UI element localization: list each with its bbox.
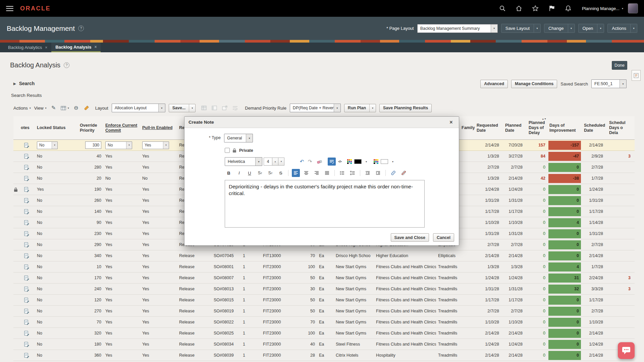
save-layout-button[interactable]: Save Layout ▾ bbox=[501, 24, 541, 33]
close-icon[interactable]: × bbox=[45, 45, 47, 50]
undo-button[interactable]: ↶ bbox=[298, 158, 306, 166]
minus-circle-icon[interactable]: ⊖ bbox=[72, 104, 80, 112]
table-row[interactable]: No320YesYesReleaseSO#080251FIT23000100Ea… bbox=[13, 328, 635, 339]
override-priority-input[interactable] bbox=[85, 141, 101, 149]
table-row[interactable]: No170YesYesReleaseSO#080071FIT2300050EaN… bbox=[13, 273, 635, 284]
note-icon[interactable] bbox=[24, 142, 30, 148]
remove-formatting-button[interactable] bbox=[316, 158, 324, 166]
note-icon[interactable] bbox=[24, 319, 30, 325]
note-icon[interactable] bbox=[24, 176, 30, 181]
note-icon[interactable] bbox=[24, 165, 30, 170]
redo-button[interactable]: ↷ bbox=[306, 158, 314, 166]
note-icon[interactable] bbox=[24, 342, 30, 347]
chevron-down-icon[interactable]: ▾ bbox=[568, 24, 575, 33]
panel-toggle-button[interactable] bbox=[632, 70, 641, 81]
note-icon[interactable] bbox=[24, 297, 30, 303]
close-icon[interactable]: × bbox=[447, 119, 455, 125]
numbered-list-button[interactable] bbox=[348, 169, 357, 177]
underline-button[interactable]: U bbox=[246, 169, 254, 177]
chevron-down-icon[interactable]: ▾ bbox=[534, 24, 540, 33]
table-row[interactable]: No340YesYesReleaseSO#070451FIT1300070EaD… bbox=[13, 250, 635, 261]
help-icon[interactable]: ? bbox=[78, 25, 84, 31]
tab-backlog-analysis[interactable]: Backlog Analysis × bbox=[51, 43, 101, 52]
align-center-button[interactable] bbox=[302, 169, 310, 177]
chevron-down-icon[interactable]: ▾ bbox=[189, 104, 195, 112]
chat-button[interactable] bbox=[618, 342, 635, 359]
align-left-button[interactable] bbox=[292, 169, 300, 177]
align-justify-button[interactable] bbox=[323, 169, 331, 177]
column-header-pullin[interactable]: Pull-in Enabled bbox=[140, 116, 177, 139]
close-icon[interactable]: × bbox=[94, 45, 97, 49]
source-mode-button[interactable]: </> bbox=[336, 158, 344, 166]
font-color-button[interactable] bbox=[345, 158, 354, 166]
font-color-menu-button[interactable]: ▾ bbox=[362, 158, 370, 166]
table-row[interactable]: No360YesYesReleaseSO#080391FIT2300028EaC… bbox=[13, 350, 635, 361]
font-size-input[interactable]: 4 bbox=[264, 158, 272, 166]
table-row[interactable]: No120YesYesReleaseSO#080151FIT2300050EaN… bbox=[13, 295, 635, 306]
table-row[interactable]: No270YesYesReleaseSO#080191FIT2300050EaN… bbox=[13, 306, 635, 317]
table-row[interactable]: No180YesYesReleaseSO#080341FIT2300040EaS… bbox=[13, 339, 635, 350]
private-checkbox[interactable] bbox=[225, 148, 230, 153]
align-right-button[interactable] bbox=[313, 169, 321, 177]
run-plan-button[interactable]: Run Plan ▾ bbox=[344, 104, 376, 112]
note-icon[interactable] bbox=[24, 242, 30, 248]
type-select[interactable]: General ▾ bbox=[224, 134, 253, 142]
font-size-decrease-button[interactable]: ▾ bbox=[278, 158, 284, 166]
manage-conditions-button[interactable]: Manage Conditions bbox=[511, 80, 557, 88]
background-color-swatch[interactable] bbox=[381, 159, 388, 164]
cancel-button[interactable]: Cancel bbox=[433, 233, 454, 242]
table-row[interactable]: No70YesYesReleaseSO#080221FIT2300070EaNe… bbox=[13, 317, 635, 328]
bold-button[interactable]: B bbox=[225, 169, 233, 177]
change-button[interactable]: Change ▾ bbox=[544, 24, 575, 33]
save-split-button[interactable]: Save... ▾ bbox=[169, 104, 196, 112]
note-icon[interactable] bbox=[24, 264, 30, 270]
note-icon[interactable] bbox=[24, 275, 30, 281]
pull-in-select[interactable]: Yes▾ bbox=[142, 141, 169, 149]
note-icon[interactable] bbox=[24, 220, 30, 226]
user-menu[interactable]: Planning Manage... ▾ bbox=[582, 6, 623, 11]
open-button[interactable]: Open ▾ bbox=[578, 24, 604, 33]
subscript-button[interactable]: S2 bbox=[256, 169, 264, 177]
note-icon[interactable] bbox=[24, 209, 30, 215]
note-icon[interactable] bbox=[24, 187, 30, 192]
actions-menu[interactable]: Actions ▾ bbox=[13, 106, 31, 111]
note-icon[interactable] bbox=[24, 231, 30, 237]
strikethrough-button[interactable]: S bbox=[277, 169, 285, 177]
italic-button[interactable]: I bbox=[235, 169, 243, 177]
help-icon[interactable]: ? bbox=[64, 62, 69, 68]
note-icon[interactable] bbox=[24, 198, 30, 203]
actions-button[interactable]: Actions ▾ bbox=[607, 24, 637, 33]
search-icon[interactable] bbox=[499, 5, 506, 12]
background-color-button[interactable] bbox=[372, 158, 380, 166]
favorites-icon[interactable] bbox=[532, 5, 539, 12]
font-family-select[interactable]: Helvetica ▾ bbox=[225, 157, 262, 166]
search-section-header[interactable]: ▶ Search bbox=[13, 81, 35, 86]
decrease-indent-button[interactable] bbox=[364, 169, 372, 177]
bullet-list-button[interactable] bbox=[338, 169, 346, 177]
column-header-enforce[interactable]: Enforce Current Commit bbox=[103, 116, 140, 139]
table-row[interactable]: No10YesYesReleaseSO#080011FIT23000100EaN… bbox=[13, 261, 635, 273]
demand-priority-rule-select[interactable]: DP(Req Date + Revenue) ▾ bbox=[290, 104, 341, 112]
locked-status-select[interactable]: No▾ bbox=[37, 141, 58, 149]
add-link-button[interactable] bbox=[389, 169, 397, 177]
save-planning-results-button[interactable]: Save Planning Results bbox=[379, 104, 432, 112]
sort-icon[interactable]: ▲▼ bbox=[542, 118, 546, 120]
save-and-close-button[interactable]: Save and Close bbox=[391, 233, 429, 242]
view-menu[interactable]: View ▾ bbox=[34, 106, 47, 111]
done-button[interactable]: Done bbox=[612, 61, 627, 70]
chevron-down-icon[interactable]: ▾ bbox=[597, 24, 604, 33]
font-size-increase-button[interactable]: ▴ bbox=[272, 158, 278, 166]
increase-indent-button[interactable] bbox=[374, 169, 382, 177]
chevron-down-icon[interactable]: ▾ bbox=[630, 24, 637, 33]
font-color-swatch[interactable] bbox=[354, 159, 362, 164]
tab-backlog-analytics[interactable]: Backlog Analytics × bbox=[4, 43, 51, 52]
notifications-icon[interactable] bbox=[565, 5, 572, 12]
note-icon[interactable] bbox=[24, 353, 30, 358]
highlighter-icon[interactable] bbox=[83, 104, 91, 112]
note-text-area[interactable]: Deprioritizing - delays in the customer'… bbox=[225, 180, 425, 228]
note-icon[interactable] bbox=[24, 308, 30, 314]
format-columns-menu[interactable]: ▾ bbox=[61, 106, 69, 110]
flag-icon[interactable] bbox=[548, 5, 555, 12]
superscript-button[interactable]: S2 bbox=[266, 169, 274, 177]
menu-icon[interactable] bbox=[6, 6, 13, 11]
